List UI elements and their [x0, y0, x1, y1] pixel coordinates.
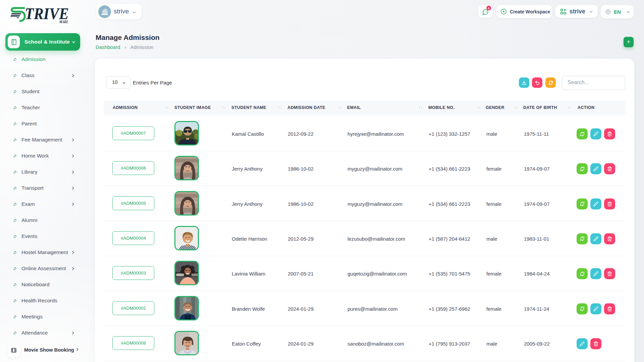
svg-text:MAKE: MAKE	[59, 20, 68, 24]
